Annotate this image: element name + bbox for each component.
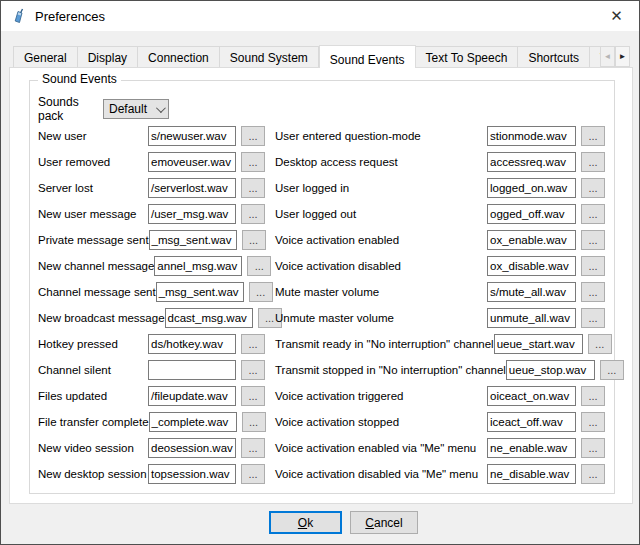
- sound-event-row: Unmute master volume unmute_all.wav ...: [275, 308, 610, 328]
- browse-button[interactable]: ...: [581, 152, 605, 172]
- browse-button[interactable]: ...: [242, 412, 266, 432]
- sound-file-input[interactable]: ueue_start.wav: [494, 334, 583, 354]
- browse-button[interactable]: ...: [241, 126, 265, 146]
- sound-file-input[interactable]: [148, 360, 236, 380]
- browse-button[interactable]: ...: [581, 386, 605, 406]
- sound-file-input[interactable]: s/mute_all.wav: [487, 282, 576, 302]
- sound-file-input[interactable]: accessreq.wav: [487, 152, 576, 172]
- sound-event-label: Voice activation enabled: [275, 234, 487, 246]
- sound-event-row: Voice activation stopped iceact_off.wav …: [275, 412, 610, 432]
- browse-button[interactable]: ...: [581, 308, 605, 328]
- sound-file-input[interactable]: ueue_stop.wav: [506, 360, 595, 380]
- sound-events-left-column: New user s/newuser.wav ... User removed …: [38, 126, 268, 490]
- chevron-down-icon: [156, 103, 166, 113]
- browse-button[interactable]: ...: [241, 152, 265, 172]
- sound-file-input[interactable]: _msg_sent.wav: [156, 282, 244, 302]
- sound-file-input[interactable]: _complete.wav: [149, 412, 237, 432]
- sound-file-input[interactable]: emoveuser.wav: [148, 152, 236, 172]
- sound-event-label: Transmit stopped in "No interruption" ch…: [275, 364, 506, 376]
- browse-button[interactable]: ...: [241, 334, 265, 354]
- sounds-pack-label: Sounds pack: [38, 95, 103, 123]
- sound-event-row: Mute master volume s/mute_all.wav ...: [275, 282, 610, 302]
- sound-file-input[interactable]: oiceact_on.wav: [487, 386, 576, 406]
- sound-file-input[interactable]: ne_enable.wav: [487, 438, 576, 458]
- browse-button[interactable]: ...: [581, 464, 605, 484]
- browse-button[interactable]: ...: [241, 464, 265, 484]
- sound-file-input[interactable]: ox_disable.wav: [487, 256, 576, 276]
- tab[interactable]: Display: [78, 46, 138, 68]
- sound-file-input[interactable]: /fileupdate.wav: [148, 386, 236, 406]
- browse-button[interactable]: ...: [581, 438, 605, 458]
- browse-button[interactable]: ...: [581, 256, 605, 276]
- sound-event-row: New user s/newuser.wav ...: [38, 126, 268, 146]
- browse-button[interactable]: ...: [600, 360, 624, 380]
- tab[interactable]: General: [13, 46, 78, 68]
- sound-file-input[interactable]: dcast_msg.wav: [165, 308, 253, 328]
- sound-file-input[interactable]: stionmode.wav: [487, 126, 576, 146]
- sound-event-label: User removed: [38, 156, 148, 168]
- cancel-button[interactable]: Cancel: [350, 511, 418, 534]
- browse-button[interactable]: ...: [241, 204, 265, 224]
- browse-button[interactable]: ...: [581, 282, 605, 302]
- sound-file-input[interactable]: ox_enable.wav: [487, 230, 576, 250]
- sound-event-label: File transfer complete: [38, 416, 149, 428]
- browse-button[interactable]: ...: [241, 438, 265, 458]
- tab[interactable]: Connection: [138, 46, 220, 68]
- sound-file-input[interactable]: s/newuser.wav: [148, 126, 236, 146]
- sound-event-label: Voice activation enabled via "Me" menu: [275, 442, 487, 454]
- sound-event-row: Voice activation triggered oiceact_on.wa…: [275, 386, 610, 406]
- tab[interactable]: Shortcuts: [518, 46, 590, 68]
- tab[interactable]: Text To Speech: [416, 46, 519, 68]
- sound-event-label: New channel message: [38, 260, 154, 272]
- browse-button[interactable]: ...: [581, 230, 605, 250]
- sound-file-input[interactable]: annel_msg.wav: [154, 256, 242, 276]
- sound-event-label: New broadcast message: [38, 312, 165, 324]
- sound-event-label: Channel silent: [38, 364, 148, 376]
- tab-scroll-right-icon[interactable]: ►: [615, 46, 630, 67]
- browse-button[interactable]: ...: [581, 412, 605, 432]
- sound-event-label: New desktop session: [38, 468, 148, 480]
- sound-event-label: Server lost: [38, 182, 148, 194]
- sound-file-input[interactable]: /serverlost.wav: [148, 178, 236, 198]
- sound-event-row: File transfer complete _complete.wav ...: [38, 412, 268, 432]
- browse-button[interactable]: ...: [588, 334, 612, 354]
- browse-button[interactable]: ...: [581, 178, 605, 198]
- tab[interactable]: Sound Events: [319, 45, 416, 68]
- browse-button[interactable]: ...: [241, 386, 265, 406]
- sound-file-input[interactable]: deosession.wav: [148, 438, 236, 458]
- preferences-dialog: Preferences ✕ General Display Connection…: [0, 0, 640, 545]
- title-bar: Preferences ✕: [1, 1, 639, 31]
- sounds-pack-value: Default: [109, 102, 147, 116]
- sound-file-input[interactable]: logged_on.wav: [487, 178, 576, 198]
- sound-event-label: New user message: [38, 208, 148, 220]
- sound-file-input[interactable]: _msg_sent.wav: [149, 230, 237, 250]
- browse-button[interactable]: ...: [242, 230, 266, 250]
- sound-file-input[interactable]: topsession.wav: [148, 464, 236, 484]
- browse-button[interactable]: ...: [249, 282, 273, 302]
- browse-button[interactable]: ...: [241, 360, 265, 380]
- sound-file-input[interactable]: ogged_off.wav: [487, 204, 576, 224]
- sound-event-label: User entered question-mode: [275, 130, 487, 142]
- tab[interactable]: Sound System: [220, 46, 319, 68]
- sound-file-input[interactable]: ne_disable.wav: [487, 464, 576, 484]
- browse-button[interactable]: ...: [247, 256, 271, 276]
- ok-button[interactable]: Ok: [269, 511, 342, 534]
- browse-button[interactable]: ...: [241, 178, 265, 198]
- sound-file-input[interactable]: unmute_all.wav: [487, 308, 576, 328]
- sound-file-input[interactable]: /user_msg.wav: [148, 204, 236, 224]
- browse-button[interactable]: ...: [581, 204, 605, 224]
- sound-event-row: Voice activation enabled via "Me" menu n…: [275, 438, 610, 458]
- sounds-pack-dropdown[interactable]: Default: [103, 99, 169, 119]
- tab-strip: General Display Connection Sound System …: [13, 45, 601, 68]
- sound-event-label: Unmute master volume: [275, 312, 487, 324]
- close-icon[interactable]: ✕: [594, 1, 639, 30]
- sound-event-label: New user: [38, 130, 148, 142]
- browse-button[interactable]: ...: [581, 126, 605, 146]
- sound-file-input[interactable]: ds/hotkey.wav: [148, 334, 236, 354]
- sound-file-input[interactable]: iceact_off.wav: [487, 412, 576, 432]
- sound-event-label: New video session: [38, 442, 148, 454]
- groupbox-title: Sound Events: [38, 72, 121, 86]
- sound-event-row: Channel message sent _msg_sent.wav ...: [38, 282, 268, 302]
- sound-event-label: Voice activation disabled via "Me" menu: [275, 468, 487, 480]
- tab-scroll-left-icon[interactable]: ◄: [600, 46, 615, 67]
